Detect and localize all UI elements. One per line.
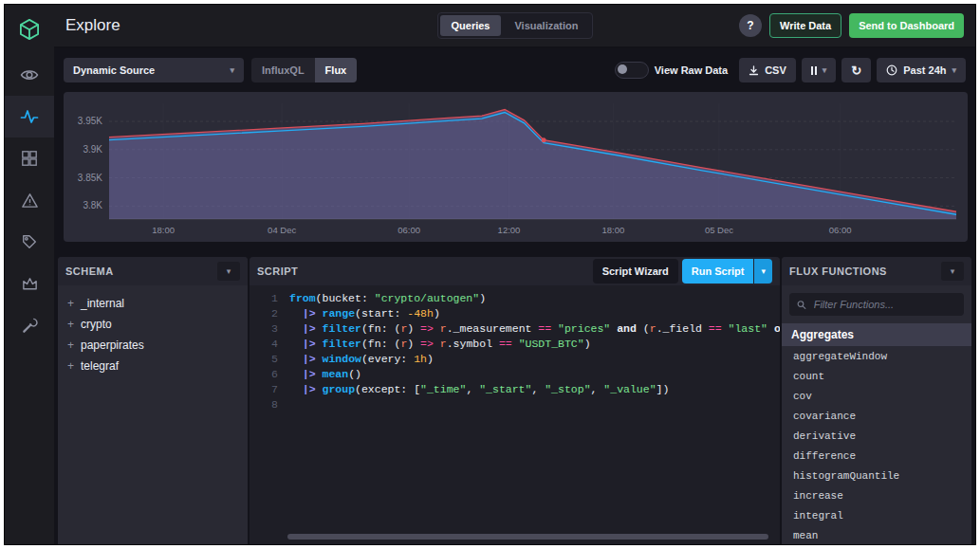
run-script-dropdown[interactable]: ▾ [754, 259, 772, 284]
line-number: 5 [250, 352, 289, 367]
sidebar [5, 5, 54, 544]
tab-visualization[interactable]: Visualization [503, 15, 589, 36]
code-text: |> window(every: 1h) [289, 352, 434, 367]
schema-item-list: +_internal+crypto+paperpirates+telegraf [58, 285, 248, 384]
line-number: 7 [250, 382, 289, 397]
svg-text:3.95K: 3.95K [78, 116, 102, 126]
schema-item[interactable]: +telegraf [67, 356, 238, 376]
run-script-button[interactable]: Run Script [682, 259, 754, 284]
source-dropdown[interactable]: Dynamic Source ▾ [64, 58, 244, 82]
code-text: from(bucket: "crypto/autogen") [289, 291, 486, 306]
schema-item[interactable]: +paperpirates [67, 335, 238, 356]
flux-function-items: aggregateWindowcountcovcovariancederivat… [782, 346, 971, 544]
flux-code-editor[interactable]: 1from(bucket: "crypto/autogen")2 |> rang… [250, 285, 780, 544]
svg-text:3.85K: 3.85K [78, 173, 102, 183]
code-line: 8 [250, 397, 780, 412]
flux-function-item[interactable]: increase [782, 485, 971, 505]
sidebar-item-admin-chronograf[interactable] [5, 263, 54, 304]
schema-item[interactable]: +_internal [67, 293, 238, 314]
chevron-down-icon: ▾ [823, 65, 827, 75]
influxdb-logo[interactable] [5, 5, 54, 54]
dashboards-grid-icon [21, 150, 38, 167]
line-number: 3 [250, 321, 289, 337]
expand-icon[interactable]: + [67, 359, 81, 373]
code-text: |> range(start: -48h) [289, 306, 440, 321]
flux-function-item[interactable]: difference [782, 446, 971, 466]
script-header-actions: Script Wizard Run Script ▾ [593, 259, 772, 284]
schema-item-label: paperpirates [81, 339, 144, 352]
refresh-icon: ↻ [851, 64, 861, 77]
time-range-dropdown[interactable]: Past 24h ▾ [877, 58, 966, 82]
code-line: 5 |> window(every: 1h) [250, 352, 780, 367]
schema-item[interactable]: +crypto [67, 314, 238, 335]
schema-item-label: _internal [81, 297, 124, 310]
flux-category-aggregates[interactable]: Aggregates [782, 323, 971, 346]
expand-icon[interactable]: + [67, 297, 81, 310]
bottom-panels: SCHEMA ▾ +_internal+crypto+paperpirates+… [58, 257, 971, 544]
flux-function-item[interactable]: aggregateWindow [782, 346, 971, 366]
line-number: 8 [250, 397, 289, 412]
code-text: |> group(except: ["_time", "_start", "_s… [289, 382, 669, 397]
write-data-button[interactable]: Write Data [769, 13, 841, 38]
horizontal-scrollbar[interactable] [287, 534, 768, 540]
flux-function-item[interactable]: covariance [782, 406, 971, 426]
schema-panel: SCHEMA ▾ +_internal+crypto+paperpirates+… [58, 257, 248, 544]
flux-collapse-button[interactable]: ▾ [941, 262, 964, 281]
flux-function-item[interactable]: cov [782, 386, 971, 406]
download-csv-button[interactable]: CSV [739, 58, 796, 82]
flux-function-item[interactable]: count [782, 366, 971, 386]
flux-panel-title: FLUX FUNCTIONS [789, 265, 887, 277]
lang-flux-button[interactable]: Flux [315, 58, 358, 82]
schema-item-label: crypto [81, 318, 112, 331]
chevron-down-icon: ▾ [951, 266, 955, 276]
flux-function-item[interactable]: derivative [782, 426, 971, 446]
schema-collapse-button[interactable]: ▾ [217, 262, 240, 281]
tab-queries[interactable]: Queries [439, 15, 501, 36]
sidebar-item-alerting[interactable] [5, 179, 54, 221]
filter-functions-input[interactable] [812, 298, 956, 311]
line-number: 2 [250, 306, 289, 321]
svg-text:18:00: 18:00 [601, 225, 624, 235]
send-to-dashboard-button[interactable]: Send to Dashboard [849, 13, 964, 38]
price-chart[interactable]: 18:0004 Dec06:0012:0018:0005 Dec06:003.9… [64, 92, 968, 242]
refresh-button[interactable]: ↻ [841, 58, 871, 82]
view-raw-data-label: View Raw Data [655, 64, 728, 76]
expand-icon[interactable]: + [67, 339, 81, 352]
script-panel-header: SCRIPT Script Wizard Run Script ▾ [250, 257, 780, 285]
chevron-down-icon: ▾ [761, 266, 766, 276]
code-line: 2 |> range(start: -48h) [250, 306, 780, 321]
expand-icon[interactable]: + [67, 318, 81, 331]
sidebar-item-dashboards[interactable] [5, 137, 54, 179]
help-button[interactable]: ? [739, 14, 762, 37]
sidebar-item-admin-influxdb[interactable] [5, 221, 54, 263]
page-title: Explore [65, 16, 120, 35]
flux-function-item[interactable]: histogramQuantile [782, 466, 971, 485]
flux-functions-panel: FLUX FUNCTIONS ▾ Aggregates aggregateWin… [782, 257, 971, 544]
sidebar-item-data-explorer[interactable] [5, 96, 54, 137]
app-window: Explore Queries Visualization ? Write Da… [4, 4, 976, 545]
main-content: Explore Queries Visualization ? Write Da… [54, 5, 975, 544]
pause-queries-button[interactable]: ▾ [802, 58, 837, 82]
code-line: 7 |> group(except: ["_time", "_start", "… [250, 382, 780, 397]
header-actions: ? Write Data Send to Dashboard [739, 13, 964, 38]
view-raw-data-toggle[interactable] [615, 62, 649, 79]
line-number: 4 [250, 337, 289, 352]
flux-function-item[interactable]: mean [782, 525, 971, 544]
sidebar-item-host-list[interactable] [5, 54, 54, 96]
query-language-toggle: InfluxQL Flux [251, 58, 357, 82]
lang-influxql-button[interactable]: InfluxQL [251, 58, 315, 82]
flux-function-list: Aggregates aggregateWindowcountcovcovari… [782, 323, 971, 544]
svg-text:3.8K: 3.8K [83, 200, 102, 210]
pause-icon [811, 66, 817, 75]
flux-function-item[interactable]: integral [782, 505, 971, 525]
svg-text:05 Dec: 05 Dec [705, 225, 733, 235]
schema-item-label: telegraf [81, 359, 119, 373]
script-wizard-button[interactable]: Script Wizard [593, 259, 678, 284]
tag-icon [21, 233, 38, 250]
alert-triangle-icon [21, 192, 39, 210]
code-text: |> filter(fn: (r) => r.symbol == "USDT_B… [289, 337, 591, 352]
source-dropdown-label: Dynamic Source [73, 64, 155, 76]
clock-icon [886, 64, 897, 76]
sidebar-item-configuration[interactable] [5, 304, 54, 346]
chevron-down-icon: ▾ [230, 65, 234, 75]
